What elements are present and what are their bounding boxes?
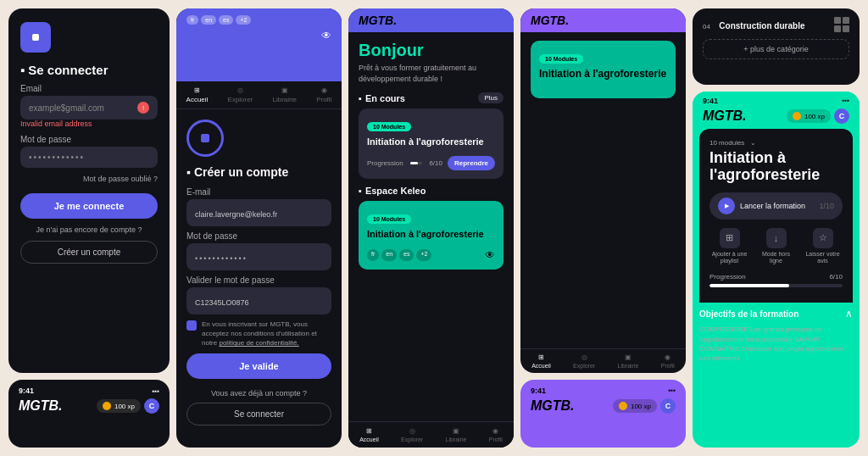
lang-es[interactable]: es: [399, 249, 414, 261]
lang-en-badge[interactable]: en: [201, 15, 216, 25]
keleo-logo: MGTB.: [531, 14, 569, 27]
add-category-button[interactable]: + plus de catégorie: [703, 39, 849, 59]
keleo-nav-profil[interactable]: ◉ Profil: [661, 353, 675, 369]
offline-action[interactable]: ↓ Mode hors ligne: [756, 228, 796, 265]
error-icon: !: [137, 102, 149, 114]
construction-category: 04 Construction durable: [703, 17, 804, 32]
form-email-label: E-mail: [186, 187, 331, 197]
lang-es-badge[interactable]: es: [219, 15, 233, 25]
progress-bar-1: [410, 162, 423, 164]
screen-keleo-main: MGTB. 10 Modules Initiation à l'agrofore…: [520, 8, 686, 373]
screen-initiation: 9:41 ▪▪▪ MGTB. 100 xp C 10 modules ⌄ Ini…: [693, 92, 860, 448]
teal-progress-bar: [709, 284, 843, 287]
progress-fill-1: [410, 162, 418, 164]
progression-value-1: 6/10: [429, 159, 442, 167]
create-form-content: Créer un compte E-mail claire.lavergne@k…: [176, 109, 342, 448]
password-field-group: Mot de passe ••••••••••••: [20, 135, 158, 168]
teal-statusbar: 9:41 ▪▪▪: [693, 92, 860, 105]
create-header: fr en es +2 👁: [176, 8, 342, 81]
teal-logo: MGTB.: [703, 108, 747, 124]
reprendre-button[interactable]: Reprendre: [448, 156, 495, 170]
home-nav-librairie[interactable]: ▣ Librairie: [446, 427, 467, 442]
mini-purple-logo-row: MGTB. 100 xp C: [531, 398, 676, 414]
user-avatar: C: [144, 398, 159, 414]
teal-time: 9:41: [703, 97, 718, 105]
modules-badge-1: 10 Modules: [367, 122, 411, 131]
lang-plus[interactable]: +2: [416, 249, 431, 261]
teal-modules-label: 10 modules ⌄: [709, 139, 843, 147]
play-icon: [718, 197, 735, 214]
chevron-up-icon[interactable]: ∧: [845, 308, 853, 320]
profile-dot: [201, 134, 209, 142]
password-label: Mot de passe: [20, 135, 158, 144]
review-action[interactable]: ☆ Laisser votre avis: [803, 228, 843, 265]
form-confirm-input[interactable]: C12345LO0876: [186, 287, 331, 314]
objectives-body: COMPRENDRE Les grands principes de l'agr…: [699, 325, 853, 363]
eye-btn-row: 👁: [186, 30, 331, 42]
library-icon: ▣: [281, 86, 288, 94]
home-nav-profil[interactable]: ◉ Profil: [489, 427, 503, 442]
construction-row: 04 Construction durable: [703, 17, 849, 32]
objectives-title: Objectifs de la formation: [699, 309, 798, 319]
screen-mini-purple: 9:41 ▪▪▪ MGTB. 100 xp C: [520, 380, 686, 448]
launch-button[interactable]: Lancer la formation 1/10: [709, 192, 843, 220]
go-login-button[interactable]: Se connecter: [186, 403, 331, 425]
launch-label: Lancer la formation: [740, 202, 805, 210]
lang-en[interactable]: en: [381, 249, 397, 261]
submit-button[interactable]: Je valide: [186, 353, 331, 379]
plus-badge[interactable]: Plus: [478, 92, 504, 103]
forgot-password-link[interactable]: Mot de passe oublié ?: [20, 175, 158, 183]
home-nav-explorer[interactable]: ◎ Explorer: [401, 427, 423, 442]
keleo-home-icon: ⊞: [538, 353, 544, 361]
screen-mini-mgtb: 9:41 ▪▪▪ MGTB. 100 xp C: [8, 380, 170, 448]
terms-checkbox[interactable]: [186, 320, 197, 331]
nav-explorer[interactable]: ◎ Explorer: [228, 86, 253, 103]
visibility-icon[interactable]: 👁: [321, 30, 331, 42]
screen-construction: 04 Construction durable + plus de catégo…: [693, 8, 860, 85]
profile-icon: ◉: [321, 86, 327, 94]
form-email-input[interactable]: claire.lavergne@keleo.fr: [186, 199, 331, 226]
keleo-nav-explorer[interactable]: ◎ Explorer: [573, 353, 595, 369]
sq4: [843, 25, 849, 32]
keleo-card: 10 Modules Initiation à l'agroforesterie: [531, 41, 676, 98]
email-input[interactable]: example$gmail.com !: [20, 96, 158, 120]
column-5: 04 Construction durable + plus de catégo…: [693, 8, 860, 448]
home-nav: ⊞ Accueil ◎ Explorer ▣ Librairie ◉ Profi…: [348, 421, 514, 448]
course-card-1: 10 Modules Initiation à l'agroforesterie…: [359, 108, 504, 179]
lang-fr-badge[interactable]: fr: [186, 15, 198, 25]
nav-accueil[interactable]: ⊞ Accueil: [186, 86, 209, 103]
keleo-top-bar: MGTB.: [520, 8, 686, 32]
lang-plus-badge[interactable]: +2: [236, 15, 251, 25]
keleo-eye-icon[interactable]: 👁: [485, 249, 495, 261]
app-logo: [20, 22, 51, 53]
create-account-button[interactable]: Créer un compte: [20, 241, 158, 264]
sq2: [843, 17, 849, 24]
teal-progress-label: Progression 6/10: [709, 273, 843, 281]
star-icon: ☆: [813, 228, 833, 248]
already-account-row: Vous avez déjà un compte ?: [186, 384, 331, 399]
keleo-nav-accueil[interactable]: ⊞ Accueil: [531, 353, 551, 369]
privacy-policy-link[interactable]: politique de confidentialité.: [219, 339, 298, 347]
keleo-nav-librairie[interactable]: ▣ Librairie: [618, 353, 639, 369]
keleo-course-title: Initiation à l'agroforesterie: [367, 228, 495, 240]
no-account-text: Je n'ai pas encore de compte ?: [20, 225, 158, 234]
teal-header-row: MGTB. 100 xp C: [693, 105, 860, 129]
home-nav-profile-icon: ◉: [492, 427, 498, 435]
mini-purple-logo: MGTB.: [531, 398, 575, 414]
offline-label: Mode hors ligne: [756, 251, 796, 265]
espace-keleo-title: Espace Keleo: [359, 186, 426, 196]
keleo-title: Initiation à l'agroforesterie: [539, 68, 667, 81]
password-input[interactable]: ••••••••••••: [20, 147, 158, 168]
lang-badges-row: fr en es +2: [186, 15, 331, 25]
form-password-input[interactable]: ••••••••••••: [186, 243, 331, 270]
playlist-action[interactable]: ⊞ Ajouter à une playlist: [709, 228, 749, 265]
offline-icon: ↓: [766, 228, 787, 248]
nav-librairie[interactable]: ▣ Librairie: [273, 86, 297, 103]
sq3: [834, 25, 841, 32]
mini-purple-statusbar: 9:41 ▪▪▪: [531, 386, 676, 395]
lang-fr[interactable]: fr: [367, 249, 379, 261]
login-button[interactable]: Je me connecte: [20, 193, 158, 219]
nav-profil[interactable]: ◉ Profil: [316, 86, 331, 103]
home-icon: ⊞: [194, 86, 200, 94]
home-nav-accueil[interactable]: ⊞ Accueil: [359, 427, 379, 442]
